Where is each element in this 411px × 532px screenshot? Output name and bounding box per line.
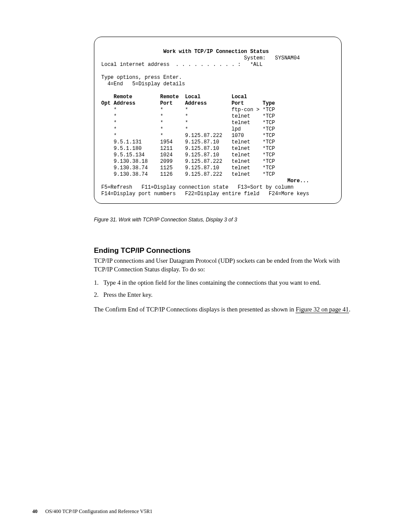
instruction-line-1: Type options, press Enter. xyxy=(101,75,182,81)
table-row: 9.5.15.13410249.125.87.10telnet*TCP xyxy=(101,152,334,159)
list-text: Type 4 in the option field for the lines… xyxy=(103,278,321,287)
fkey-line-2: F14=Display port numbers F22=Display ent… xyxy=(101,191,309,197)
figure-link[interactable]: Figure 32 on page 41 xyxy=(296,306,349,313)
section-heading: Ending TCP/IP Connections xyxy=(94,246,361,255)
intro-paragraph: TCP/IP connections and User Datagram Pro… xyxy=(94,256,359,274)
terminal-title: Work with TCP/IP Connection Status xyxy=(101,49,269,55)
table-row: ***telnet*TCP xyxy=(101,120,334,126)
table-row: 9.5.1.18012119.125.87.10telnet*TCP xyxy=(101,146,334,152)
figure-caption: Figure 31. Work with TCP/IP Connection S… xyxy=(94,217,361,223)
table-row: 9.130.38.1820999.125.87.222telnet*TCP xyxy=(101,159,334,165)
table-row: 9.5.1.13119549.125.87.10telnet*TCP xyxy=(101,139,334,146)
table-body: ***ftp-con >*TCP ***telnet*TCP ***telnet… xyxy=(101,107,334,178)
table-row: ***telnet*TCP xyxy=(101,113,334,120)
instruction-line-2: 4=End 5=Display details xyxy=(101,81,185,87)
table-row: 9.130.38.7411259.125.87.10telnet*TCP xyxy=(101,165,334,171)
local-addr-line: Local internet address . . . . . . . . .… xyxy=(101,62,262,68)
list-item: 1. Type 4 in the option field for the li… xyxy=(94,278,359,287)
table-header-row2: Opt AddressPortAddressPortType xyxy=(101,100,334,107)
closing-paragraph: The Confirm End of TCP/IP Connections di… xyxy=(94,305,359,314)
table-row: ***ftp-con >*TCP xyxy=(101,107,334,113)
table-row: 9.130.38.7411269.125.87.222telnet*TCP xyxy=(101,171,334,178)
list-text: Press the Enter key. xyxy=(103,290,153,299)
table-row: **9.125.87.2221070*TCP xyxy=(101,133,334,139)
list-item: 2. Press the Enter key. xyxy=(94,290,359,299)
page-number: 40 xyxy=(32,508,37,514)
list-num: 1. xyxy=(94,278,103,287)
book-title: OS/400 TCP/IP Configuration and Referenc… xyxy=(45,508,153,514)
system-line: System: SYSNAM04 xyxy=(101,55,300,61)
fkey-line-1: F5=Refresh F11=Display connection state … xyxy=(101,184,293,190)
table-row: ***lpd*TCP xyxy=(101,126,334,133)
table-header-row1: RemoteRemoteLocalLocal xyxy=(101,94,334,100)
page-footer: 40 OS/400 TCP/IP Configuration and Refer… xyxy=(32,508,153,515)
ordered-list: 1. Type 4 in the option field for the li… xyxy=(94,278,359,299)
more-indicator: More... xyxy=(101,178,309,184)
list-num: 2. xyxy=(94,290,103,299)
terminal-screen: Work with TCP/IP Connection Status Syste… xyxy=(94,37,342,204)
